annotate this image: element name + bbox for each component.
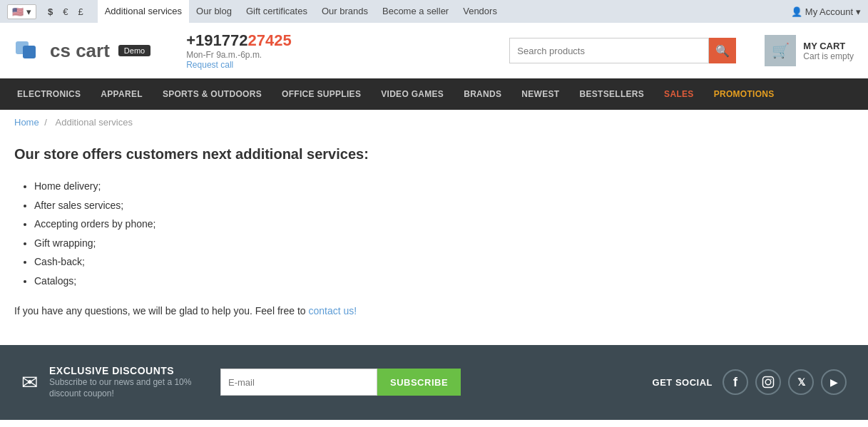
request-call-link[interactable]: Request call [186,60,291,70]
top-nav-our-blog[interactable]: Our blog [189,0,239,23]
phone-hours: Mon-Fr 9a.m.-6p.m. [186,50,291,60]
nav-promotions[interactable]: PROMOTIONS [704,78,785,110]
email-form: SUBSCRIBE [220,369,461,396]
logo-area[interactable]: cs cart Demo [14,36,150,66]
flag-selector[interactable]: 🇺🇸 ▾ [7,4,36,19]
breadcrumb-current: Additional services [56,117,133,128]
logo-icon [14,36,44,66]
phone-highlight: 27425 [247,31,291,49]
top-nav-additional-services[interactable]: Additional services [98,0,189,23]
contact-info: +19177227425 Mon-Fr 9a.m.-6p.m. Request … [186,31,291,70]
currency-gbp[interactable]: £ [75,5,86,19]
my-account[interactable]: 👤 My Account ▾ [791,6,861,17]
top-nav: Additional services Our blog Gift certif… [98,0,504,23]
nav-apparel[interactable]: APPAREL [91,78,153,110]
cart-icon: 🛒 [772,42,790,59]
nav-video-games[interactable]: VIDEO GAMES [371,78,454,110]
nav-bestsellers[interactable]: BESTSELLERS [569,78,654,110]
account-dropdown-arrow: ▾ [856,6,861,17]
breadcrumb: Home / Additional services [0,110,868,135]
nav-electronics[interactable]: ELECTRONICS [7,78,91,110]
twitter-icon[interactable]: 𝕏 [788,369,814,395]
contact-text: If you have any questions, we will be gl… [14,305,308,317]
services-list: Home delivery; After sales services; Acc… [14,177,854,291]
search-icon: 🔍 [715,44,730,58]
nav-newest[interactable]: NEWEST [511,78,569,110]
envelope-icon: ✉ [21,371,38,394]
email-input[interactable] [220,369,377,396]
logo-text: cs cart [50,40,110,62]
search-button[interactable]: 🔍 [709,38,736,63]
currency-eur[interactable]: € [60,5,71,19]
cart-text: MY CART Cart is empty [803,41,854,61]
facebook-icon[interactable]: f [723,369,748,395]
list-item: Accepting orders by phone; [34,215,854,234]
top-bar: 🇺🇸 ▾ $ € £ Additional services Our blog … [0,0,868,23]
top-nav-our-brands[interactable]: Our brands [315,0,375,23]
newsletter-title: EXCLUSIVE DISCOUNTS [49,365,192,376]
header: cs cart Demo +19177227425 Mon-Fr 9a.m.-6… [0,23,868,78]
main-nav: ELECTRONICS APPAREL SPORTS & OUTDOORS OF… [0,78,868,110]
search-area: 🔍 [509,38,736,63]
flag-icon: 🇺🇸 [12,6,24,17]
cart-icon-box[interactable]: 🛒 [765,35,796,66]
currency-usd[interactable]: $ [45,5,56,19]
nav-brands[interactable]: BRANDS [454,78,511,110]
content: Our store offers customers next addition… [0,135,868,345]
breadcrumb-separator: / [44,117,47,128]
breadcrumb-home[interactable]: Home [14,117,39,128]
nav-sales[interactable]: SALES [654,78,704,110]
search-input[interactable] [509,38,709,63]
top-nav-vendors[interactable]: Vendors [456,0,504,23]
dropdown-arrow: ▾ [26,6,31,17]
user-icon: 👤 [791,6,802,17]
get-social-label: GET SOCIAL [653,377,713,388]
cart-status: Cart is empty [803,51,854,61]
list-item: Cash-back; [34,252,854,272]
newsletter-text: EXCLUSIVE DISCOUNTS Subscribe to our new… [49,365,192,401]
page-heading: Our store offers customers next addition… [14,146,854,163]
list-item: After sales services; [34,196,854,215]
social-section: GET SOCIAL f 𝕏 ▶ [653,369,847,395]
cart-title: MY CART [803,41,854,51]
newsletter-sub: Subscribe to our news and get a 10% disc… [49,376,192,401]
my-account-label: My Account [805,6,853,17]
top-bar-left: 🇺🇸 ▾ $ € £ Additional services Our blog … [7,0,504,23]
top-nav-become-seller[interactable]: Become a seller [375,0,456,23]
footer-newsletter: ✉ EXCLUSIVE DISCOUNTS Subscribe to our n… [21,365,192,401]
youtube-icon[interactable]: ▶ [821,369,847,395]
nav-sports-outdoors[interactable]: SPORTS & OUTDOORS [153,78,272,110]
contact-link[interactable]: contact us! [308,305,357,317]
list-item: Gift wrapping; [34,234,854,253]
social-icons: f 𝕏 ▶ [723,369,847,395]
subscribe-button[interactable]: SUBSCRIBE [377,369,461,396]
svg-rect-1 [23,46,36,58]
svg-rect-2 [763,377,774,388]
phone-number: +19177227425 [186,31,291,50]
footer: ✉ EXCLUSIVE DISCOUNTS Subscribe to our n… [0,345,868,421]
top-nav-gift-certificates[interactable]: Gift certificates [239,0,315,23]
list-item: Home delivery; [34,177,854,196]
top-bar-right: 👤 My Account ▾ [791,6,861,17]
cart-area[interactable]: 🛒 MY CART Cart is empty [765,35,854,66]
svg-point-3 [765,380,771,386]
demo-badge: Demo [118,45,150,56]
currency-options: $ € £ [45,5,86,19]
instagram-icon[interactable] [755,369,781,395]
nav-office-supplies[interactable]: OFFICE SUPPLIES [272,78,371,110]
contact-line: If you have any questions, we will be gl… [14,305,854,317]
list-item: Catalogs; [34,272,854,291]
svg-point-4 [770,379,772,380]
